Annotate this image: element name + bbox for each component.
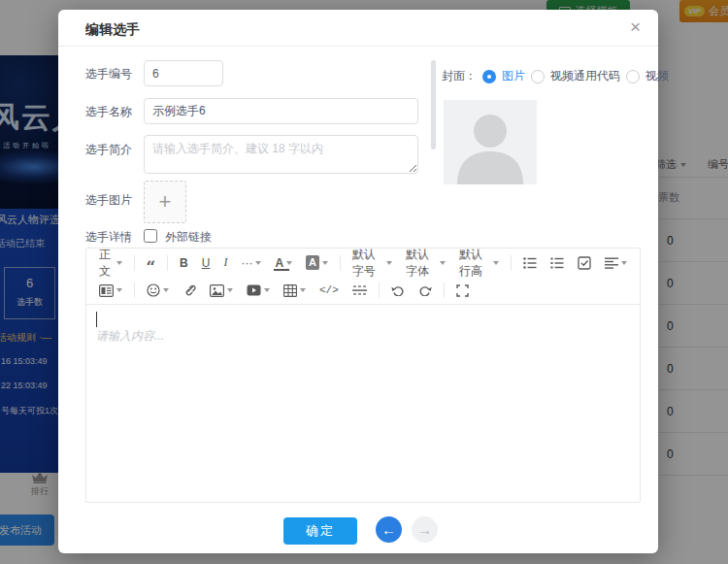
redo-icon[interactable] (412, 280, 439, 301)
undo-icon[interactable] (384, 280, 412, 301)
chevron-down-icon (621, 261, 627, 265)
toolbar-divider (444, 282, 445, 298)
external-link-checkbox[interactable] (144, 229, 157, 243)
toolbar-divider (134, 282, 135, 298)
external-link-label: 外部链接 (165, 229, 212, 246)
underline-button[interactable]: U (195, 252, 217, 274)
intro-textarea[interactable] (144, 135, 418, 174)
modal-header: 编辑选手 × (58, 10, 658, 47)
link-icon[interactable] (176, 280, 203, 301)
toolbar-divider (340, 255, 341, 271)
paragraph-style-dropdown[interactable]: 正文 (92, 252, 129, 274)
cover-image-label[interactable]: 图片 (502, 68, 525, 84)
editor-toolbar-row-1: 正文 “ B U I ··· A A 默认字号 (86, 249, 640, 277)
toolbar-divider (134, 255, 135, 271)
edit-contestant-modal: 编辑选手 × 选手编号 选手名称 选手简介 选手图片 + 选手详情 外部链接 封… (58, 10, 658, 553)
chevron-down-icon (300, 288, 306, 292)
chevron-down-icon (286, 261, 292, 265)
toolbar-divider (379, 282, 380, 298)
chevron-down-icon (440, 261, 446, 265)
form-scrollbar-thumb[interactable] (431, 60, 436, 149)
confirm-button[interactable]: 确定 (283, 517, 357, 545)
cover-image-preview[interactable] (444, 100, 537, 184)
font-family-dropdown[interactable]: 默认字体 (399, 252, 452, 274)
image-dropdown[interactable] (203, 280, 240, 301)
bold-button[interactable]: B (173, 252, 195, 274)
emoji-dropdown[interactable] (140, 280, 176, 301)
detail-field-label: 选手详情 (85, 229, 132, 246)
image-field-label: 选手图片 (85, 192, 132, 209)
font-color-dropdown[interactable]: A (268, 252, 299, 274)
fullscreen-icon[interactable] (449, 280, 476, 301)
horizontal-rule-button[interactable] (346, 280, 374, 301)
chevron-down-icon (264, 288, 270, 292)
number-input[interactable] (144, 60, 223, 86)
align-dropdown[interactable] (598, 252, 634, 274)
line-height-dropdown[interactable]: 默认行高 (452, 252, 506, 274)
indent-dropdown[interactable] (92, 280, 129, 301)
editor-toolbar-row-2: </> (86, 277, 640, 305)
chevron-down-icon (116, 261, 122, 265)
person-placeholder-icon (444, 100, 537, 184)
highlight-color-dropdown[interactable]: A (299, 252, 335, 274)
rich-text-editor: 正文 “ B U I ··· A A 默认字号 (85, 248, 641, 503)
editor-content-area[interactable]: 请输入内容... (86, 305, 640, 503)
intro-field-label: 选手简介 (85, 142, 132, 158)
more-styles-dropdown[interactable]: ··· (234, 252, 268, 274)
chevron-down-icon (322, 261, 328, 265)
cover-label: 封面： (442, 68, 477, 84)
number-field-label: 选手编号 (85, 66, 132, 83)
chevron-down-icon (255, 261, 261, 265)
chevron-down-icon (163, 288, 169, 292)
previous-contestant-button[interactable]: ← (376, 516, 402, 543)
video-dropdown[interactable] (240, 280, 277, 301)
toolbar-divider (511, 255, 512, 271)
font-size-dropdown[interactable]: 默认字号 (346, 252, 399, 274)
modal-title: 编辑选手 (85, 21, 140, 39)
close-icon[interactable]: × (630, 17, 641, 37)
blockquote-button[interactable]: “ (140, 252, 163, 274)
chevron-down-icon (493, 261, 499, 265)
bullet-list-icon[interactable] (516, 252, 544, 274)
plus-icon: + (159, 189, 172, 215)
table-dropdown[interactable] (277, 280, 313, 301)
todo-list-icon[interactable] (571, 252, 598, 274)
code-view-button[interactable]: </> (313, 280, 346, 301)
italic-button[interactable]: I (216, 252, 234, 274)
cover-video-label[interactable]: 视频 (645, 68, 669, 84)
page: 选择模板 VIP 会员 风云人 选活动开始啦 风云人物评选 活动已结束 6 选手… (0, 0, 728, 564)
toolbar-divider (167, 255, 168, 271)
cover-embed-radio[interactable] (531, 70, 545, 83)
text-cursor (96, 312, 97, 327)
cover-video-radio[interactable] (626, 70, 640, 83)
numbered-list-icon[interactable] (544, 252, 571, 274)
cover-embed-label[interactable]: 视频通用代码 (550, 68, 620, 84)
chevron-down-icon (227, 288, 233, 292)
color-bar (274, 269, 289, 271)
cover-options-row: 封面： 图片 视频通用代码 视频 (442, 68, 669, 84)
chevron-down-icon (116, 288, 122, 292)
image-upload-button[interactable]: + (144, 181, 186, 223)
next-contestant-button[interactable]: → (412, 516, 438, 543)
arrow-left-icon: ← (381, 521, 396, 538)
arrow-right-icon: → (417, 521, 432, 538)
name-field-label: 选手名称 (85, 104, 132, 120)
chevron-down-icon (386, 261, 392, 265)
name-input[interactable] (144, 98, 418, 124)
cover-image-radio[interactable] (482, 70, 496, 83)
editor-placeholder: 请输入内容... (96, 328, 164, 345)
